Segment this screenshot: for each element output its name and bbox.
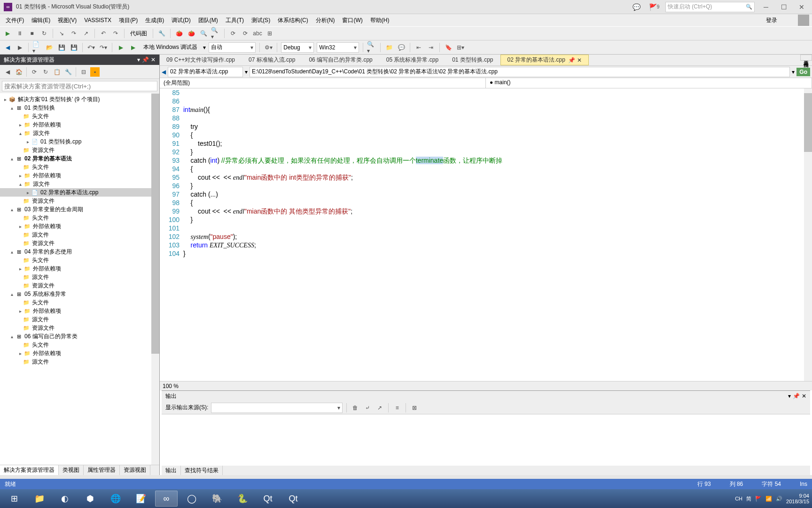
folder-external[interactable]: 外部依赖项 xyxy=(33,265,61,273)
step-into-icon[interactable]: ↘ xyxy=(57,29,66,38)
menu-build[interactable]: 生成(B) xyxy=(142,16,167,25)
tray-ime[interactable]: CH xyxy=(735,496,742,501)
tab-doc[interactable]: 09 C++对文件读写操作.cpp xyxy=(160,55,242,65)
menu-window[interactable]: 窗口(W) xyxy=(339,16,365,25)
menu-help[interactable]: 帮助(H) xyxy=(367,16,392,25)
wrap-icon[interactable]: ⤶ xyxy=(363,403,372,413)
menu-file[interactable]: 文件(F) xyxy=(3,16,27,25)
folder-headers[interactable]: 头文件 xyxy=(32,214,49,222)
zoom-indicator[interactable]: 100 % xyxy=(160,381,812,390)
tab-find-symbol[interactable]: 查找符号结果 xyxy=(181,466,223,475)
step-over-icon[interactable]: ↷ xyxy=(69,29,78,38)
project-item[interactable]: 05 系统标准异常 xyxy=(24,290,66,298)
tool-icon[interactable]: 🔧 xyxy=(157,29,166,38)
expand-icon[interactable]: ▸ xyxy=(24,190,31,195)
tab-resource-view[interactable]: 资源视图 xyxy=(120,465,150,475)
back-icon[interactable]: ◀ xyxy=(3,67,12,77)
project-item[interactable]: 02 异常的基本语法 xyxy=(24,155,72,163)
collapse-icon[interactable]: ▴ xyxy=(8,292,15,297)
outdent-icon[interactable]: ⇥ xyxy=(426,43,436,52)
refresh-icon[interactable]: ↻ xyxy=(41,67,50,77)
folder-source[interactable]: 源文件 xyxy=(33,180,50,188)
go-button[interactable]: Go xyxy=(796,68,810,76)
panel-pin-icon[interactable]: 📌 xyxy=(793,393,800,399)
debugger-dropdown[interactable]: 本地 Windows 调试器 xyxy=(141,43,200,51)
vs-icon[interactable]: ∞ xyxy=(155,491,178,507)
pause-icon[interactable]: ⏸ xyxy=(15,29,24,38)
auto-dropdown[interactable]: 自动 xyxy=(209,42,256,53)
tray-date[interactable]: 2018/3/15 xyxy=(786,499,809,504)
folder-external[interactable]: 外部依赖项 xyxy=(33,172,61,180)
expand-icon[interactable]: ▸ xyxy=(2,97,8,102)
folder-external[interactable]: 外部依赖项 xyxy=(33,349,61,357)
sublime-icon[interactable]: 📝 xyxy=(130,491,152,507)
folder-source[interactable]: 源文件 xyxy=(33,129,50,137)
va-dropdown-icon[interactable]: 🔍▾ xyxy=(211,29,220,38)
solution-search[interactable] xyxy=(2,81,157,91)
folder-source[interactable]: 源文件 xyxy=(32,231,49,239)
format-icon[interactable]: ⊞ xyxy=(265,29,274,38)
collapse-icon[interactable]: ▴ xyxy=(8,105,15,111)
folder-external[interactable]: 外部依赖项 xyxy=(33,222,61,230)
folder-source[interactable]: 源文件 xyxy=(32,273,49,281)
folder-resource[interactable]: 资源文件 xyxy=(32,282,55,290)
output-source-dropdown[interactable] xyxy=(211,403,343,413)
undo2-icon[interactable]: ↶▾ xyxy=(86,43,96,52)
collapse-icon[interactable]: ▴ xyxy=(8,207,15,212)
bookmark-icon[interactable]: 🔖 xyxy=(444,43,453,52)
expand-icon[interactable]: ▸ xyxy=(17,309,23,314)
tray-kb[interactable]: 简 xyxy=(746,495,751,502)
folder-resource[interactable]: 资源文件 xyxy=(32,146,55,154)
project-item[interactable]: 04 异常的多态使用 xyxy=(24,248,72,256)
build-icon[interactable]: ⚙▾ xyxy=(264,43,273,52)
tab-doc[interactable]: 06 编写自己的异常类.cpp xyxy=(302,55,379,65)
tray-time[interactable]: 9:04 xyxy=(786,493,809,499)
start-icon[interactable]: ▶ xyxy=(116,43,125,52)
showall-icon[interactable]: 📋 xyxy=(52,67,62,77)
maximize-button[interactable]: ☐ xyxy=(777,2,790,12)
menu-vassistx[interactable]: VASSISTX xyxy=(81,16,114,24)
folder-source[interactable]: 源文件 xyxy=(32,316,49,324)
close-button[interactable]: ✕ xyxy=(795,2,808,12)
menu-test[interactable]: 测试(S) xyxy=(249,16,273,25)
menu-analyze[interactable]: 分析(N) xyxy=(313,16,338,25)
evernote-icon[interactable]: 🐘 xyxy=(206,491,228,507)
code-editor[interactable]: 8586878889909192939495969798991001011021… xyxy=(160,88,812,381)
feedback-icon[interactable]: 💬 xyxy=(630,2,643,12)
platform-dropdown[interactable]: Win32 xyxy=(317,42,359,53)
va-icon2[interactable]: 🍅 xyxy=(187,29,196,38)
notification-icon[interactable]: 🚩9 xyxy=(648,2,661,12)
signin-link[interactable]: 登录 xyxy=(766,16,796,24)
panel-close-icon[interactable]: ✕ xyxy=(151,56,156,63)
code-lines[interactable]: intmain(){ try { test01(); } catch (int)… xyxy=(183,88,812,381)
expand-icon[interactable]: ▸ xyxy=(17,266,23,271)
collapse-icon[interactable]: ▴ xyxy=(17,131,23,136)
tray-flag-icon[interactable]: 🚩 xyxy=(755,496,762,502)
collapse-icon[interactable]: ▴ xyxy=(8,156,15,161)
restart-icon[interactable]: ↻ xyxy=(39,29,49,38)
folder-headers[interactable]: 头文件 xyxy=(32,112,49,120)
source-file[interactable]: 01 类型转换.cpp xyxy=(40,138,81,146)
tab-doc[interactable]: 05 系统标准异常.cpp xyxy=(380,55,445,65)
quick-launch-input[interactable]: 快速启动 (Ctrl+Q) xyxy=(665,2,755,12)
redo2-icon[interactable]: ↷▾ xyxy=(99,43,108,52)
panel-close-icon[interactable]: ✕ xyxy=(802,393,806,399)
avatar-icon[interactable] xyxy=(798,15,809,26)
saveall-icon[interactable]: 💾 xyxy=(69,43,78,52)
tray-net-icon[interactable]: 📶 xyxy=(765,496,772,502)
collapse-icon[interactable]: ▴ xyxy=(17,182,23,187)
panel-dropdown-icon[interactable]: ▾ xyxy=(788,393,791,399)
start2-icon[interactable]: ▶ xyxy=(128,43,138,52)
bookmark-nav-icon[interactable]: ⊞▾ xyxy=(456,43,465,52)
menu-view[interactable]: 视图(V) xyxy=(55,16,79,25)
tab-property-mgr[interactable]: 属性管理器 xyxy=(84,465,120,475)
system-tray[interactable]: CH 简 🚩 📶 🔊 9:04 2018/3/15 xyxy=(735,493,809,504)
tree-scrollbar[interactable] xyxy=(151,93,159,465)
stop-icon[interactable]: ■ xyxy=(27,29,37,38)
solution-search-input[interactable] xyxy=(2,81,157,91)
comment-icon[interactable]: 💬 xyxy=(397,43,406,52)
refactor-icon2[interactable]: ⟳ xyxy=(241,29,250,38)
kill-icon[interactable]: ⊠ xyxy=(410,403,419,413)
output-body[interactable] xyxy=(162,414,810,466)
align-icon[interactable]: ≡ xyxy=(392,403,402,413)
